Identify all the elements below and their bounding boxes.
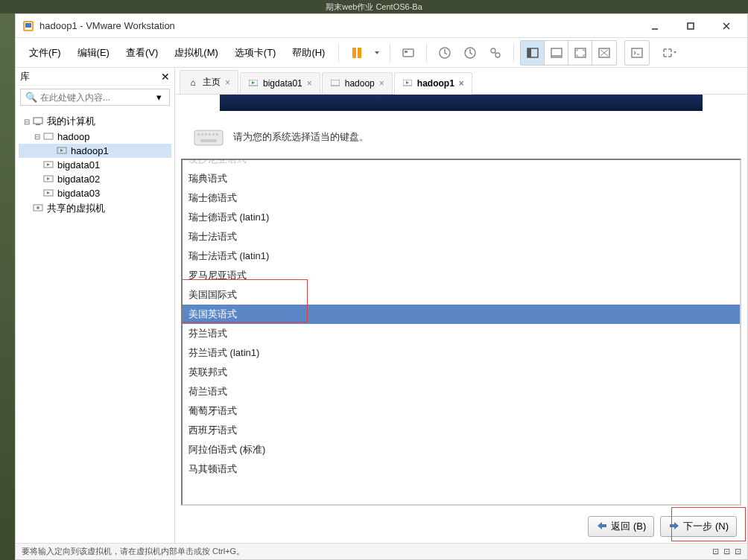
menu-edit[interactable]: 编辑(E) (70, 42, 117, 64)
tree-label: bigdata01 (57, 159, 100, 171)
svg-rect-39 (197, 133, 200, 136)
tab-close[interactable]: × (225, 77, 230, 88)
tab-home[interactable]: ⌂ 主页 × (180, 70, 238, 94)
tree-node-shared[interactable]: 共享的虚拟机 (19, 200, 171, 217)
pause-button[interactable] (345, 41, 369, 65)
snapshot-manager-button[interactable] (484, 41, 507, 65)
list-item[interactable]: 马其顿语式 (183, 459, 740, 479)
view-fullscreen-button[interactable] (568, 41, 592, 65)
stretch-dropdown-button[interactable] (657, 41, 681, 65)
menu-view[interactable]: 查看(V) (118, 42, 165, 64)
desktop-taskbar: 期末web作业 CentOS6-Ba (0, 0, 748, 13)
snapshot-button[interactable] (433, 41, 457, 65)
list-item[interactable]: 罗马尼亚语式 (183, 266, 740, 285)
svg-rect-28 (44, 133, 53, 139)
svg-rect-17 (527, 48, 531, 57)
search-box[interactable]: 🔍 ▾ (20, 89, 170, 106)
maximize-button[interactable] (676, 16, 706, 36)
svg-rect-44 (216, 133, 218, 136)
list-item[interactable]: 芬兰语式 (183, 324, 740, 343)
menubar: 文件(F) 编辑(E) 查看(V) 虚拟机(M) 选项卡(T) 帮助(H) (16, 38, 747, 68)
menu-file[interactable]: 文件(F) (22, 42, 69, 64)
menu-vm[interactable]: 虚拟机(M) (167, 42, 226, 64)
separator (338, 44, 339, 62)
vm-running-icon (248, 78, 259, 89)
console-button[interactable] (625, 41, 649, 65)
tree-root-mycomputer[interactable]: ⊟ 我的计算机 (19, 113, 171, 130)
tab-close[interactable]: × (379, 78, 384, 89)
list-item[interactable]: 英联邦式 (183, 363, 740, 382)
list-item[interactable]: 瑞士德语式 (183, 188, 740, 208)
list-item[interactable]: 西班牙语式 (183, 421, 740, 440)
computer-icon (32, 116, 44, 127)
tree-node-bigdata01[interactable]: bigdata01 (19, 158, 171, 172)
tree-node-hadoop[interactable]: ⊟ hadoop (19, 130, 171, 144)
tree-node-bigdata03[interactable]: bigdata03 (19, 186, 171, 200)
collapse-icon[interactable]: ⊟ (22, 118, 32, 126)
search-dropdown[interactable]: ▾ (153, 92, 165, 103)
close-button[interactable] (711, 16, 741, 36)
sidebar-header: 库 ✕ (16, 68, 174, 86)
list-item[interactable]: 瑞士德语式 (latin1) (183, 208, 740, 227)
library-tree: ⊟ 我的计算机 ⊟ hadoop hadoop1 (16, 109, 174, 221)
list-item-selected[interactable]: 美国英语式 (183, 305, 740, 324)
tree-label: bigdata03 (57, 188, 100, 199)
tab-close[interactable]: × (459, 78, 464, 89)
list-item[interactable]: 葡萄牙语式 (183, 401, 740, 421)
list-item[interactable]: 美国国际式 (183, 285, 740, 305)
svg-rect-47 (670, 524, 675, 527)
tree-node-bigdata02[interactable]: bigdata02 (19, 172, 171, 186)
search-input[interactable] (40, 92, 153, 103)
tab-close[interactable]: × (307, 78, 312, 89)
statusbar: 要将输入定向到该虚拟机，请在虚拟机内部单击或按 Ctrl+G。 ⊡ ⊡ ⊡ (16, 543, 747, 559)
collapse-icon[interactable]: ⊟ (32, 133, 42, 141)
tab-label: hadoop1 (417, 78, 454, 89)
svg-rect-2 (25, 23, 31, 28)
button-bar: 返回 (B) 下一步 (N) (181, 512, 741, 537)
back-button[interactable]: 返回 (B) (588, 516, 654, 537)
device-icon[interactable]: ⊡ (712, 547, 719, 556)
vm-running-icon (42, 174, 54, 185)
view-unity-button[interactable] (592, 41, 616, 65)
device-icon[interactable]: ⊡ (735, 547, 741, 556)
tab-bigdata01[interactable]: bigdata01 × (240, 72, 320, 94)
send-ctrl-alt-del-button[interactable] (396, 41, 420, 65)
list-item[interactable]: 瑞士法语式 (183, 227, 740, 246)
vm-icon (330, 78, 340, 89)
power-dropdown[interactable] (370, 41, 384, 65)
svg-rect-42 (209, 133, 211, 136)
list-item[interactable]: 阿拉伯语式 (标准) (183, 440, 740, 459)
separator (513, 44, 514, 62)
list-item[interactable]: 瑞士法语式 (latin1) (183, 246, 740, 266)
list-item[interactable]: 荷兰语式 (183, 382, 740, 401)
minimize-button[interactable] (640, 16, 670, 36)
app-icon (22, 19, 35, 33)
menu-tabs[interactable]: 选项卡(T) (227, 42, 284, 64)
view-single-button[interactable] (545, 41, 568, 65)
snapshot-revert-button[interactable] (458, 41, 482, 65)
list-item[interactable]: 瑞典语式 (183, 169, 740, 188)
arrow-left-icon (596, 521, 608, 532)
device-icon[interactable]: ⊡ (723, 547, 730, 556)
view-sidebar-button[interactable] (521, 41, 545, 65)
svg-rect-46 (601, 524, 606, 527)
tab-hadoop[interactable]: hadoop × (322, 72, 393, 94)
menu-help[interactable]: 帮助(H) (285, 42, 332, 64)
shared-vm-icon (32, 203, 44, 214)
vm-screen[interactable]: 请为您的系统选择适当的键盘。 发沙尼亚语式 瑞典语式 瑞士德语式 瑞士德语式 (… (175, 95, 747, 543)
svg-rect-43 (212, 133, 215, 136)
list-item[interactable]: 发沙尼亚语式 (183, 159, 740, 169)
keyboard-list[interactable]: 发沙尼亚语式 瑞典语式 瑞士德语式 瑞士德语式 (latin1) 瑞士法语式 瑞… (181, 159, 741, 506)
titlebar: hadoop1 - VMware Workstation (16, 14, 747, 38)
vm-icon (42, 132, 54, 142)
next-button[interactable]: 下一步 (N) (660, 516, 737, 537)
svg-rect-45 (200, 139, 217, 142)
tab-hadoop1[interactable]: hadoop1 × (394, 72, 472, 95)
status-icons: ⊡ ⊡ ⊡ (712, 547, 741, 556)
tree-node-hadoop1[interactable]: hadoop1 (19, 144, 171, 158)
view-mode-group (520, 40, 617, 66)
sidebar-close-button[interactable]: ✕ (161, 71, 170, 83)
list-item[interactable]: 芬兰语式 (latin1) (183, 343, 740, 363)
svg-rect-4 (688, 23, 694, 29)
arrow-right-icon (668, 521, 680, 532)
